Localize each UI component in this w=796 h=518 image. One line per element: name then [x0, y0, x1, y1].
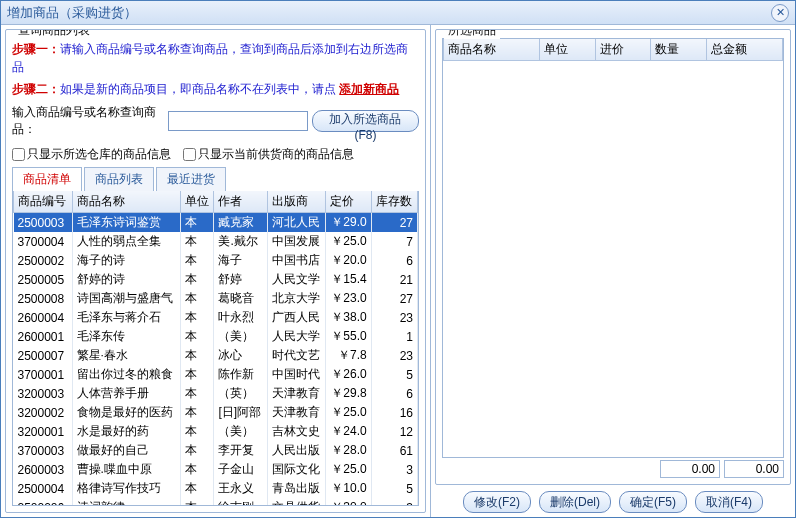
window-title: 增加商品（采购进货）	[7, 4, 771, 22]
col-header[interactable]: 定价	[326, 191, 372, 213]
col-header[interactable]: 商品名称	[72, 191, 180, 213]
add-selected-button[interactable]: 加入所选商品(F8)	[312, 110, 419, 132]
selected-group: 所选商品 商品名称单位进价数量总金额 0.00 0.00	[435, 29, 791, 485]
col-header[interactable]: 数量	[651, 39, 707, 61]
add-new-product-link[interactable]: 添加新商品	[339, 82, 399, 96]
col-header[interactable]: 库存数	[371, 191, 417, 213]
modify-button[interactable]: 修改(F2)	[463, 491, 531, 513]
selected-table[interactable]: 商品名称单位进价数量总金额	[442, 38, 784, 458]
tabs: 商品清单 商品列表 最近进货	[12, 167, 419, 192]
col-header[interactable]: 进价	[595, 39, 651, 61]
table-row[interactable]: 2500007繁星·春水本冰心时代文艺￥7.823	[14, 346, 418, 365]
search-group: 查询商品列表 步骤一：请输入商品编号或名称查询商品，查询到商品后添加到右边所选商…	[5, 29, 426, 513]
table-row[interactable]: 3700001留出你过冬的粮食本陈作新中国时代￥26.05	[14, 365, 418, 384]
table-row[interactable]: 2500004格律诗写作技巧本王永义青岛出版￥10.05	[14, 479, 418, 498]
warehouse-checkbox[interactable]: 只显示所选仓库的商品信息	[12, 146, 171, 163]
table-row[interactable]: 3700003做最好的自己本李开复人民出版￥28.061	[14, 441, 418, 460]
supplier-checkbox[interactable]: 只显示当前供货商的商品信息	[183, 146, 354, 163]
table-row[interactable]: 3700004人性的弱点全集本美.戴尔中国发展￥25.07	[14, 232, 418, 251]
step2-line: 步骤二：如果是新的商品项目，即商品名称不在列表中，请点 添加新商品	[12, 80, 419, 98]
table-row[interactable]: 2500006诗词韵律本徐志刚文具供货￥30.03	[14, 498, 418, 506]
col-header[interactable]: 商品编号	[14, 191, 73, 213]
search-group-label: 查询商品列表	[14, 29, 94, 39]
table-row[interactable]: 2500005舒婷的诗本舒婷人民文学￥15.421	[14, 270, 418, 289]
table-row[interactable]: 2600003曹操.喋血中原本子金山国际文化￥25.03	[14, 460, 418, 479]
cancel-button[interactable]: 取消(F4)	[695, 491, 763, 513]
col-header[interactable]: 作者	[214, 191, 267, 213]
search-input[interactable]	[168, 111, 308, 131]
col-header[interactable]: 出版商	[267, 191, 326, 213]
col-header[interactable]: 总金额	[707, 39, 783, 61]
titlebar: 增加商品（采购进货） ✕	[1, 1, 795, 25]
close-icon[interactable]: ✕	[771, 4, 789, 22]
search-label: 输入商品编号或名称查询商品：	[12, 104, 164, 138]
delete-button[interactable]: 删除(Del)	[539, 491, 611, 513]
table-row[interactable]: 3200002食物是最好的医药本[日]阿部天津教育￥25.016	[14, 403, 418, 422]
confirm-button[interactable]: 确定(F5)	[619, 491, 687, 513]
col-header[interactable]: 单位	[180, 191, 214, 213]
table-row[interactable]: 2500003毛泽东诗词鉴赏本臧克家河北人民￥29.027	[14, 213, 418, 233]
table-row[interactable]: 2500002海子的诗本海子中国书店￥20.06	[14, 251, 418, 270]
table-row[interactable]: 2600001毛泽东传本（美）人民大学￥55.01	[14, 327, 418, 346]
table-row[interactable]: 3200003人体营养手册本（英）天津教育￥29.86	[14, 384, 418, 403]
total-amount: 0.00	[724, 460, 784, 478]
table-row[interactable]: 2600004毛泽东与蒋介石本叶永烈广西人民￥38.023	[14, 308, 418, 327]
total-qty: 0.00	[660, 460, 720, 478]
add-product-window: 增加商品（采购进货） ✕ 查询商品列表 步骤一：请输入商品编号或名称查询商品，查…	[0, 0, 796, 518]
tab-grid[interactable]: 商品列表	[84, 167, 154, 191]
table-row[interactable]: 2500008诗国高潮与盛唐气本葛晓音北京大学￥23.027	[14, 289, 418, 308]
tab-list[interactable]: 商品清单	[12, 167, 82, 192]
col-header[interactable]: 商品名称	[444, 39, 540, 61]
col-header[interactable]: 单位	[540, 39, 596, 61]
table-row[interactable]: 3200001水是最好的药本（美）吉林文史￥24.012	[14, 422, 418, 441]
product-table[interactable]: 商品编号商品名称单位作者出版商定价库存数 2500003毛泽东诗词鉴赏本臧克家河…	[12, 191, 419, 506]
step1-line: 步骤一：请输入商品编号或名称查询商品，查询到商品后添加到右边所选商品	[12, 40, 419, 76]
tab-recent[interactable]: 最近进货	[156, 167, 226, 191]
selected-group-label: 所选商品	[444, 29, 500, 39]
